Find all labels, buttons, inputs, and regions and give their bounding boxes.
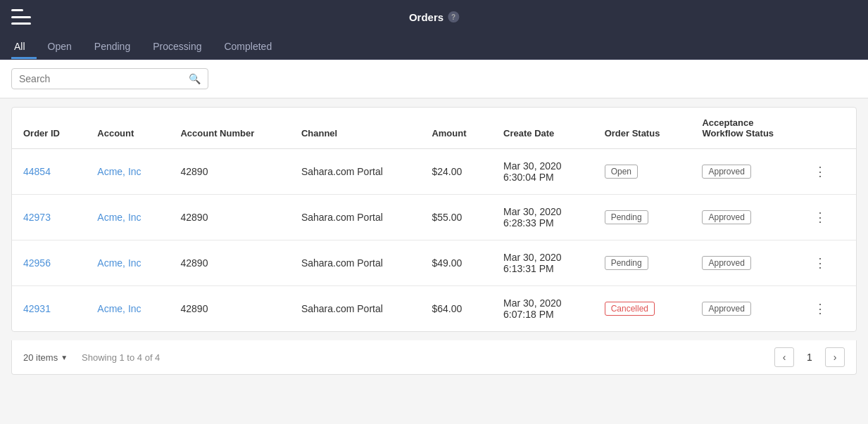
tab-completed[interactable]: Completed <box>213 34 283 59</box>
search-bar-area: 🔍 <box>0 60 868 98</box>
cell-channel: Sahara.com Portal <box>290 195 420 240</box>
cell-amount: $49.00 <box>420 240 492 286</box>
current-page: 1 <box>800 352 819 363</box>
tab-nav: All Open Pending Processing Completed <box>0 34 868 60</box>
tab-all[interactable]: All <box>11 34 37 59</box>
footer-left: 20 items ▼ Showing 1 to 4 of 4 <box>23 352 160 363</box>
col-order-id: Order ID <box>12 108 86 149</box>
page-title: Orders ? <box>409 11 459 23</box>
row-more-button[interactable]: ⋮ <box>808 161 833 182</box>
cell-account-number: 42890 <box>169 149 289 195</box>
cell-order-status: Open <box>593 149 691 195</box>
table-body: 44854 Acme, Inc 42890 Sahara.com Portal … <box>12 149 856 332</box>
col-account-number: Account Number <box>169 108 289 149</box>
account-link[interactable]: Acme, Inc <box>97 212 141 223</box>
order-status-badge: Cancelled <box>605 302 655 316</box>
table-row: 42956 Acme, Inc 42890 Sahara.com Portal … <box>12 240 856 286</box>
cell-order-id: 44854 <box>12 149 86 195</box>
cell-channel: Sahara.com Portal <box>290 286 420 332</box>
cell-account-number: 42890 <box>169 195 289 240</box>
order-status-badge: Pending <box>605 256 648 270</box>
acceptance-status-badge: Approved <box>702 302 750 316</box>
cell-account-number: 42890 <box>169 286 289 332</box>
row-more-button[interactable]: ⋮ <box>808 207 833 228</box>
row-more-button[interactable]: ⋮ <box>808 252 833 274</box>
cell-order-id: 42973 <box>12 195 86 240</box>
cell-amount: $24.00 <box>420 149 492 195</box>
title-text: Orders <box>409 11 444 23</box>
cell-order-status: Pending <box>593 240 691 286</box>
tab-open[interactable]: Open <box>37 34 83 59</box>
tab-pending[interactable]: Pending <box>83 34 141 59</box>
cell-actions: ⋮ <box>797 195 856 240</box>
cell-create-date: Mar 30, 20206:13:31 PM <box>492 240 593 286</box>
cell-order-id: 42956 <box>12 240 86 286</box>
cell-channel: Sahara.com Portal <box>290 240 420 286</box>
showing-text: Showing 1 to 4 of 4 <box>82 352 160 363</box>
next-page-button[interactable]: › <box>825 347 845 367</box>
account-link[interactable]: Acme, Inc <box>97 303 141 314</box>
order-status-badge: Pending <box>605 210 648 224</box>
cell-channel: Sahara.com Portal <box>290 149 420 195</box>
order-id-link[interactable]: 44854 <box>23 166 51 177</box>
cell-account: Acme, Inc <box>86 195 169 240</box>
account-link[interactable]: Acme, Inc <box>97 257 141 269</box>
table-row: 42973 Acme, Inc 42890 Sahara.com Portal … <box>12 195 856 240</box>
cell-create-date: Mar 30, 20206:30:04 PM <box>492 149 593 195</box>
cell-account-number: 42890 <box>169 240 289 286</box>
cell-acceptance-status: Approved <box>691 240 796 286</box>
col-channel: Channel <box>290 108 420 149</box>
cell-order-status: Pending <box>593 195 691 240</box>
col-acceptance-workflow-status: Acceptance Workflow Status <box>691 108 796 149</box>
cell-amount: $55.00 <box>420 195 492 240</box>
cell-amount: $64.00 <box>420 286 492 332</box>
col-actions <box>797 108 856 149</box>
orders-table-container: Order ID Account Account Number Channel … <box>11 107 857 332</box>
order-id-link[interactable]: 42931 <box>23 303 51 314</box>
col-create-date: Create Date <box>492 108 593 149</box>
cell-account: Acme, Inc <box>86 286 169 332</box>
cell-create-date: Mar 30, 20206:07:18 PM <box>492 286 593 332</box>
table-footer: 20 items ▼ Showing 1 to 4 of 4 ‹ 1 › <box>11 340 857 375</box>
col-amount: Amount <box>420 108 492 149</box>
col-account: Account <box>86 108 169 149</box>
order-id-link[interactable]: 42973 <box>23 212 51 223</box>
items-per-page-label: 20 items <box>23 352 58 363</box>
sidebar-toggle[interactable] <box>11 9 31 25</box>
tab-processing[interactable]: Processing <box>141 34 213 59</box>
search-input-wrap[interactable]: 🔍 <box>11 68 208 89</box>
table-header: Order ID Account Account Number Channel … <box>12 108 856 149</box>
prev-page-button[interactable]: ‹ <box>774 347 794 367</box>
search-input[interactable] <box>19 73 189 84</box>
acceptance-status-badge: Approved <box>702 210 750 224</box>
row-more-button[interactable]: ⋮ <box>808 298 833 319</box>
table-row: 44854 Acme, Inc 42890 Sahara.com Portal … <box>12 149 856 195</box>
pagination: ‹ 1 › <box>774 347 845 367</box>
help-icon[interactable]: ? <box>448 11 459 23</box>
account-link[interactable]: Acme, Inc <box>97 166 141 177</box>
orders-table: Order ID Account Account Number Channel … <box>12 108 856 331</box>
acceptance-status-badge: Approved <box>702 256 750 270</box>
cell-acceptance-status: Approved <box>691 286 796 332</box>
top-nav: Orders ? <box>0 0 868 34</box>
order-status-badge: Open <box>605 165 638 179</box>
acceptance-status-badge: Approved <box>702 165 750 179</box>
cell-account: Acme, Inc <box>86 240 169 286</box>
search-icon: 🔍 <box>189 73 201 84</box>
col-order-status: Order Status <box>593 108 691 149</box>
cell-actions: ⋮ <box>797 286 856 332</box>
cell-create-date: Mar 30, 20206:28:33 PM <box>492 195 593 240</box>
cell-actions: ⋮ <box>797 240 856 286</box>
items-chevron-icon: ▼ <box>61 354 68 361</box>
cell-acceptance-status: Approved <box>691 149 796 195</box>
table-row: 42931 Acme, Inc 42890 Sahara.com Portal … <box>12 286 856 332</box>
order-id-link[interactable]: 42956 <box>23 257 51 269</box>
cell-acceptance-status: Approved <box>691 195 796 240</box>
cell-order-id: 42931 <box>12 286 86 332</box>
cell-account: Acme, Inc <box>86 149 169 195</box>
items-per-page-select[interactable]: 20 items ▼ <box>23 352 68 363</box>
cell-actions: ⋮ <box>797 149 856 195</box>
cell-order-status: Cancelled <box>593 286 691 332</box>
